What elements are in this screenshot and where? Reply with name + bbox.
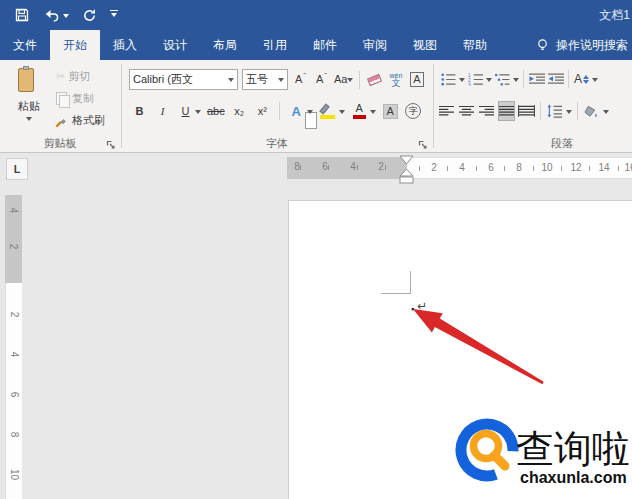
tell-me-search[interactable]: 操作说明搜索 <box>535 30 632 60</box>
underline-dropdown-icon[interactable] <box>195 110 201 117</box>
tab-review[interactable]: 审阅 <box>350 30 400 60</box>
enclose-characters-button[interactable]: 字 <box>405 101 422 121</box>
shading-button[interactable] <box>583 101 600 121</box>
copy-button[interactable]: 复制 <box>56 91 94 106</box>
numbering-dropdown-icon[interactable] <box>486 78 492 85</box>
copy-icon <box>56 92 69 106</box>
superscript-button[interactable]: x² <box>254 101 271 121</box>
sort-dropdown-icon[interactable] <box>592 78 598 85</box>
underline-button[interactable]: U <box>177 101 194 121</box>
text-cursor-dot[interactable]: ▪ <box>411 305 414 314</box>
cut-button[interactable]: ✂ 剪切 <box>56 69 90 84</box>
tab-layout[interactable]: 布局 <box>200 30 250 60</box>
shrink-font-button[interactable]: Aˇ <box>313 70 330 90</box>
watermark-logo: 查询啦 chaxunla.com <box>450 412 632 492</box>
ribbon-tab-row: 文件 开始 插入 设计 布局 引用 邮件 审阅 视图 帮助 操作说明搜索 <box>0 30 632 60</box>
paragraph-group: A 段落 <box>434 60 632 153</box>
highlighter-icon <box>319 103 337 120</box>
font-dialog-launcher[interactable] <box>418 140 428 150</box>
copy-label: 复制 <box>72 91 94 106</box>
undo-dropdown-icon[interactable] <box>63 14 69 21</box>
ruler-text-section: 2 4 6 8 10 <box>5 283 22 499</box>
sort-button[interactable]: A <box>573 69 590 89</box>
format-painter-button[interactable]: 格式刷 <box>54 113 105 128</box>
line-spacing-dropdown-icon[interactable] <box>566 110 572 117</box>
highlight-dropdown-icon[interactable] <box>339 110 345 117</box>
align-right-button[interactable] <box>478 101 495 121</box>
hanging-indent-marker[interactable] <box>400 169 413 176</box>
text-highlight-button[interactable] <box>319 101 337 121</box>
bullets-button[interactable] <box>440 69 457 89</box>
multilevel-dropdown-icon[interactable] <box>513 78 519 85</box>
ruler-number: 4 <box>8 205 19 217</box>
tab-view[interactable]: 视图 <box>400 30 450 60</box>
title-bar: 文档1 <box>0 0 632 30</box>
vertical-ruler[interactable]: 4 2 2 4 6 8 10 <box>5 195 22 499</box>
paste-button[interactable]: 粘贴 <box>8 66 50 124</box>
multilevel-list-button[interactable] <box>494 69 511 89</box>
text-effects-dropdown-icon[interactable] <box>307 110 313 117</box>
tab-help[interactable]: 帮助 <box>450 30 500 60</box>
numbering-button[interactable] <box>467 69 484 89</box>
ruler-number: 4 <box>9 349 20 361</box>
undo-button[interactable] <box>43 9 69 22</box>
customize-qat-button[interactable] <box>110 10 118 20</box>
character-border-button[interactable]: A <box>408 70 425 90</box>
increase-indent-button[interactable] <box>547 69 564 89</box>
subscript-button[interactable]: x₂ <box>231 101 248 121</box>
font-color-button[interactable]: A <box>351 101 368 121</box>
indent-markers[interactable] <box>397 154 417 186</box>
left-indent-marker[interactable] <box>400 177 413 183</box>
shading-dropdown-icon[interactable] <box>603 110 609 117</box>
tab-mailings[interactable]: 邮件 <box>300 30 350 60</box>
bold-button[interactable]: B <box>131 101 148 121</box>
paragraph-mark: ↵ <box>417 300 427 312</box>
paste-dropdown-icon[interactable] <box>26 117 32 124</box>
clipboard-dialog-launcher[interactable] <box>106 140 116 150</box>
tab-references[interactable]: 引用 <box>250 30 300 60</box>
align-center-button[interactable] <box>458 101 475 121</box>
align-left-button[interactable] <box>438 101 455 121</box>
tab-stop-selector[interactable]: L <box>6 158 28 180</box>
justify-button[interactable] <box>498 101 515 121</box>
ruler-margin-section: 4 2 <box>5 195 22 283</box>
change-case-button[interactable]: Aa <box>334 70 353 90</box>
font-size-combo[interactable]: 五号 <box>242 69 288 90</box>
distribute-button[interactable] <box>518 101 535 121</box>
text-effects-button[interactable]: A <box>288 101 305 121</box>
first-line-indent-marker[interactable] <box>400 156 413 164</box>
ruler-number: 10 <box>541 162 553 173</box>
clear-formatting-button[interactable] <box>366 70 383 90</box>
tell-me-search-label: 操作说明搜索 <box>556 37 628 54</box>
redo-button[interactable] <box>82 8 97 23</box>
decrease-indent-button[interactable] <box>528 69 545 89</box>
scissors-icon: ✂ <box>56 70 65 83</box>
ruler-number: 8 <box>291 161 303 172</box>
tab-insert[interactable]: 插入 <box>100 30 150 60</box>
ruler-number: 6 <box>485 162 497 173</box>
font-name-combo[interactable]: Calibri (西文 <box>129 69 238 90</box>
ruler-number: 2 <box>428 162 440 173</box>
font-size-value: 五号 <box>246 72 268 87</box>
tab-home[interactable]: 开始 <box>50 30 100 60</box>
lightbulb-icon <box>535 38 550 53</box>
font-color-dropdown-icon[interactable] <box>370 110 376 117</box>
line-spacing-button[interactable] <box>546 101 563 121</box>
ruler-number: 2 <box>8 241 19 253</box>
bullets-dropdown-icon[interactable] <box>459 78 465 85</box>
phonetic-guide-button[interactable]: wén文 <box>387 70 404 90</box>
tab-file[interactable]: 文件 <box>0 30 50 60</box>
save-button[interactable] <box>14 7 30 23</box>
font-group: Calibri (西文 五号 Aˆ Aˇ Aa wén文 A B I U abc… <box>122 60 432 153</box>
character-shading-button[interactable]: A <box>382 101 399 121</box>
watermark-title: 查询啦 <box>516 428 630 470</box>
strikethrough-button[interactable]: abc <box>207 101 225 121</box>
grow-font-button[interactable]: Aˆ <box>292 70 309 90</box>
clipboard-group: 粘贴 ✂ 剪切 复制 格式刷 剪贴板 <box>0 60 120 153</box>
sort-arrows-icon <box>583 72 589 87</box>
horizontal-ruler[interactable]: 8 6 4 2 2 4 6 8 10 12 14 16 <box>287 157 632 179</box>
ruler-number: 14 <box>598 162 610 173</box>
tab-design[interactable]: 设计 <box>150 30 200 60</box>
ruler-number: 10 <box>9 469 20 481</box>
italic-button[interactable]: I <box>154 101 171 121</box>
